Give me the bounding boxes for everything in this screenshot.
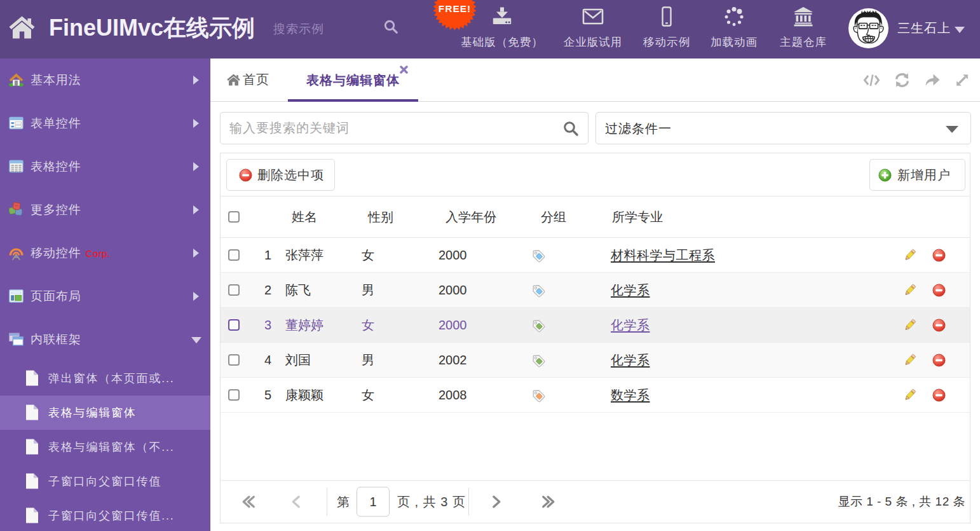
table-body: 1 张萍萍 女 2000 材料科学与工程系 2 陈飞 男 2000 化学系 3 … [221, 238, 970, 413]
cell-gender: 女 [362, 247, 439, 264]
delete-row-icon[interactable] [932, 319, 946, 332]
edit-row-icon[interactable] [903, 353, 917, 367]
edit-row-icon[interactable] [903, 318, 917, 332]
open-new-window-icon[interactable] [924, 72, 941, 88]
row-checkbox[interactable] [228, 249, 240, 261]
sidebar-item-grid-controls[interactable]: 表格控件 [0, 145, 210, 188]
select-all-checkbox[interactable] [228, 211, 240, 223]
cell-major: 化学系 [611, 282, 903, 299]
major-link[interactable]: 化学系 [611, 318, 650, 332]
table-row[interactable]: 1 张萍萍 女 2000 材料科学与工程系 [221, 238, 970, 273]
row-number: 2 [248, 283, 271, 298]
corp-badge: Corp. [86, 248, 111, 259]
row-number: 3 [248, 318, 271, 333]
header-search-icon[interactable] [383, 19, 399, 35]
tag-icon[interactable] [531, 248, 545, 263]
edit-row-icon[interactable] [903, 388, 917, 402]
column-header-gender[interactable]: 性别 [362, 209, 439, 226]
tag-icon[interactable] [531, 353, 545, 368]
delete-row-icon[interactable] [932, 354, 946, 367]
header-search-input[interactable] [273, 18, 375, 41]
row-checkbox[interactable] [228, 354, 240, 366]
tag-icon[interactable] [531, 283, 545, 298]
sidebar-item-page-layout[interactable]: 页面布局 [0, 275, 210, 318]
tag-icon[interactable] [531, 388, 545, 403]
column-header-major[interactable]: 所学专业 [611, 209, 903, 226]
user-name[interactable]: 三生石上 [897, 20, 951, 37]
column-header-year[interactable]: 入学年份 [439, 209, 531, 226]
delete-selected-button[interactable]: 删除选中项 [226, 159, 335, 191]
delete-row-icon[interactable] [932, 389, 946, 402]
keyword-search-input[interactable] [221, 113, 588, 144]
prev-page-icon[interactable] [291, 494, 301, 509]
home-icon [227, 74, 240, 86]
column-header-name[interactable]: 姓名 [271, 209, 362, 226]
major-link[interactable]: 材料科学与工程系 [611, 248, 715, 262]
cell-year: 2000 [439, 248, 531, 263]
edit-row-icon[interactable] [903, 283, 917, 297]
cell-gender: 男 [362, 282, 439, 299]
grid-toolbar: 删除选中项 新增用户 [221, 153, 970, 197]
filter-dropdown-value: 过滤条件一 [605, 120, 672, 137]
pager-divider [327, 488, 327, 516]
search-icon[interactable] [562, 120, 580, 137]
sidebar-item-inline-frames[interactable]: 内联框架 [0, 318, 210, 361]
sidebar-item-mobile-controls[interactable]: 移动控件Corp. [0, 231, 210, 275]
first-page-icon[interactable] [242, 494, 255, 509]
cell-year: 2000 [439, 318, 531, 333]
tab-home[interactable]: 首页 [227, 59, 269, 101]
cell-major: 数学系 [611, 387, 903, 404]
filter-dropdown[interactable]: 过滤条件一 [595, 112, 971, 144]
edit-row-icon[interactable] [903, 248, 917, 262]
add-user-button[interactable]: 新增用户 [869, 159, 965, 191]
tag-icon[interactable] [531, 318, 545, 333]
sidebar-subitem-popup-window[interactable]: 弹出窗体（本页面或... [0, 361, 210, 396]
table-row[interactable]: 4 刘国 男 2002 化学系 [221, 343, 970, 378]
sidebar-subitem-child-to-parent-2[interactable]: 子窗口向父窗口传值... [0, 499, 210, 531]
sidebar-subitem-grid-edit-window[interactable]: 表格与编辑窗体 [0, 396, 210, 430]
column-header-group[interactable]: 分组 [531, 209, 611, 226]
delete-row-icon[interactable] [932, 249, 946, 262]
major-link[interactable]: 数学系 [611, 388, 650, 402]
user-menu-caret-icon[interactable] [955, 27, 965, 33]
last-page-icon[interactable] [541, 494, 555, 509]
major-link[interactable]: 化学系 [611, 283, 650, 297]
table-row[interactable]: 2 陈飞 男 2000 化学系 [221, 273, 970, 308]
user-avatar[interactable] [848, 8, 888, 48]
sidebar-item-label: 基本用法 [31, 72, 81, 88]
fullscreen-icon[interactable] [955, 72, 970, 88]
source-code-icon[interactable] [863, 72, 880, 88]
pager-page-suffix: 页 , 共 3 页 [397, 493, 466, 511]
delete-row-icon[interactable] [932, 284, 946, 297]
download-icon [491, 6, 514, 28]
logo-home-icon[interactable] [9, 16, 35, 39]
row-checkbox[interactable] [228, 389, 240, 401]
chevron-right-icon [193, 249, 199, 258]
sidebar-subitem-grid-edit-window-2[interactable]: 表格与编辑窗体（不... [0, 430, 210, 464]
sidebar-item-more-controls[interactable]: 更多控件 [0, 188, 210, 231]
nav-label: 主题仓库 [762, 34, 845, 50]
app-title: FineUIMvc在线示例 [49, 13, 255, 44]
sidebar-item-form-controls[interactable]: 表单控件 [0, 102, 210, 145]
app-header: FineUIMvc在线示例 FREE! 基础版（免费） 企业版试用 移动示例 [0, 0, 980, 59]
cell-year: 2008 [439, 388, 531, 403]
major-link[interactable]: 化学系 [611, 353, 650, 367]
refresh-icon[interactable] [894, 72, 910, 88]
row-checkbox[interactable] [228, 319, 240, 331]
tab-grid-edit-window[interactable]: 表格与编辑窗体 [288, 59, 418, 102]
row-checkbox[interactable] [228, 284, 240, 296]
sidebar-item-basic-usage[interactable]: 基本用法 [0, 59, 210, 102]
next-page-icon[interactable] [492, 494, 501, 509]
nav-theme-repository[interactable]: 主题仓库 [762, 0, 845, 59]
sidebar-subitem-child-to-parent[interactable]: 子窗口向父窗口传值 [0, 464, 210, 499]
file-icon [25, 507, 39, 523]
column-header-checkbox [221, 211, 248, 223]
page-number-input[interactable] [357, 487, 390, 517]
cell-name: 刘国 [271, 352, 362, 369]
table-row[interactable]: 3 董婷婷 女 2000 化学系 [221, 308, 970, 343]
sidebar-submenu: 弹出窗体（本页面或... 表格与编辑窗体 表格与编辑窗体（不... 子窗口向父窗… [0, 361, 210, 531]
tab-close-icon[interactable] [400, 66, 408, 74]
cell-name: 陈飞 [271, 282, 362, 299]
table-row[interactable]: 5 康颖颖 女 2008 数学系 [221, 378, 970, 413]
main-content: 首页 表格与编辑窗体 [210, 59, 980, 531]
